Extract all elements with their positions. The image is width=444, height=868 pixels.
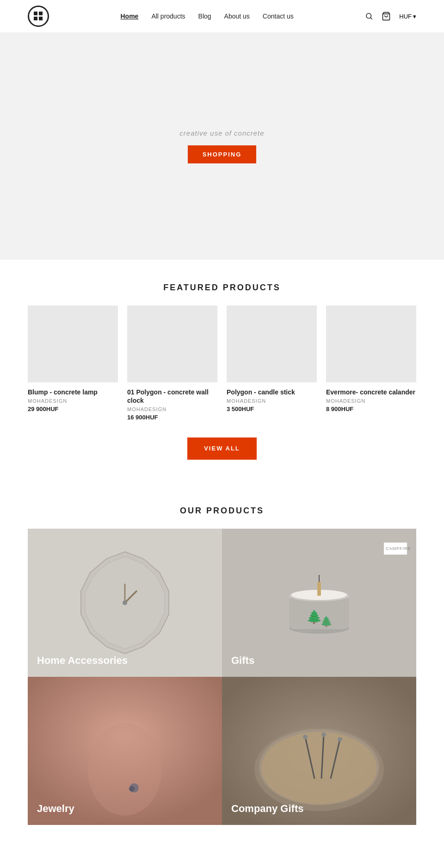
product-image-1 <box>127 306 217 382</box>
product-card-1[interactable]: 01 Polygon - concrete wall clock MOHADES… <box>127 306 217 421</box>
search-button[interactable] <box>365 12 373 20</box>
product-name-2: Polygon - candle stick <box>227 388 317 396</box>
shopping-button[interactable]: SHOPPING <box>188 145 257 163</box>
nav-contact-us[interactable]: Contact us <box>263 12 294 20</box>
svg-point-27 <box>303 735 308 739</box>
product-card-0[interactable]: Blump - concrete lamp MOHADESIGN 29 900H… <box>28 306 118 421</box>
header-actions: HUF ▾ <box>365 12 416 21</box>
product-brand-2: MOHADESIGN <box>227 398 317 404</box>
svg-rect-12 <box>317 582 321 596</box>
chevron-down-icon: ▾ <box>413 13 416 20</box>
categories-grid: Home Accessories 🌲 <box>0 529 444 843</box>
main-nav: Home All products Blog About us Contact … <box>120 12 293 20</box>
cart-icon <box>382 12 391 21</box>
nav-all-products[interactable]: All products <box>151 12 185 20</box>
our-products-section: OUR PRODUCTS Home Accessories <box>0 483 444 843</box>
svg-point-19 <box>129 786 135 792</box>
svg-point-7 <box>123 600 127 605</box>
product-brand-3: MOHADESIGN <box>326 398 416 404</box>
currency-selector[interactable]: HUF ▾ <box>399 13 416 20</box>
category-label-company-gifts: Company Gifts <box>222 793 416 825</box>
cart-button[interactable] <box>382 12 391 21</box>
svg-point-29 <box>338 737 342 742</box>
product-card-3[interactable]: Evermore- concrete calander MOHADESIGN 8… <box>326 306 416 421</box>
svg-line-1 <box>371 18 372 19</box>
product-image-3 <box>326 306 416 382</box>
currency-label: HUF <box>399 13 412 20</box>
hero-tagline: creative use of concrete <box>179 129 264 137</box>
view-all-button[interactable]: VIEW ALL <box>187 437 257 460</box>
view-all-wrap: VIEW ALL <box>0 421 444 483</box>
logo-grid <box>34 12 43 21</box>
search-icon <box>365 12 373 20</box>
product-image-0 <box>28 306 118 382</box>
category-label-home-accessories: Home Accessories <box>28 644 222 677</box>
svg-text:🌲: 🌲 <box>320 615 333 628</box>
campfire-label: CAMPFIRE <box>384 543 407 555</box>
our-products-title: OUR PRODUCTS <box>0 483 444 529</box>
polygon-clock-svg <box>69 547 180 658</box>
product-name-3: Evermore- concrete calander <box>326 388 416 396</box>
product-price-0: 29 900HUF <box>28 406 118 412</box>
svg-point-28 <box>321 732 326 737</box>
logo-icon <box>28 6 49 27</box>
category-label-jewelry: Jewelry <box>28 793 222 825</box>
product-brand-0: MOHADESIGN <box>28 398 118 404</box>
logo[interactable] <box>28 6 49 27</box>
category-card-home-accessories[interactable]: Home Accessories <box>28 529 222 677</box>
featured-products-section: FEATURED PRODUCTS Blump - concrete lamp … <box>0 260 444 483</box>
products-grid: Blump - concrete lamp MOHADESIGN 29 900H… <box>0 306 444 421</box>
category-card-jewelry[interactable]: Jewelry <box>28 677 222 825</box>
product-name-1: 01 Polygon - concrete wall clock <box>127 388 217 405</box>
category-label-gifts: Gifts <box>222 644 416 677</box>
category-card-gifts[interactable]: 🌲 🌲 CAMPFIRE Gifts <box>222 529 416 677</box>
product-price-3: 8 900HUF <box>326 406 416 412</box>
category-card-company-gifts[interactable]: Company Gifts <box>222 677 416 825</box>
product-brand-1: MOHADESIGN <box>127 406 217 412</box>
nav-blog[interactable]: Blog <box>198 12 211 20</box>
product-price-2: 3 500HUF <box>227 406 317 412</box>
candle-svg: 🌲 🌲 <box>282 556 356 649</box>
product-price-1: 16 900HUF <box>127 414 217 421</box>
hero-section: creative use of concrete SHOPPING <box>0 33 444 260</box>
nav-home[interactable]: Home <box>120 12 138 20</box>
product-name-0: Blump - concrete lamp <box>28 388 118 396</box>
product-card-2[interactable]: Polygon - candle stick MOHADESIGN 3 500H… <box>227 306 317 421</box>
product-image-2 <box>227 306 317 382</box>
nav-about-us[interactable]: About us <box>224 12 250 20</box>
svg-point-0 <box>366 13 371 19</box>
featured-section-title: FEATURED PRODUCTS <box>0 260 444 306</box>
